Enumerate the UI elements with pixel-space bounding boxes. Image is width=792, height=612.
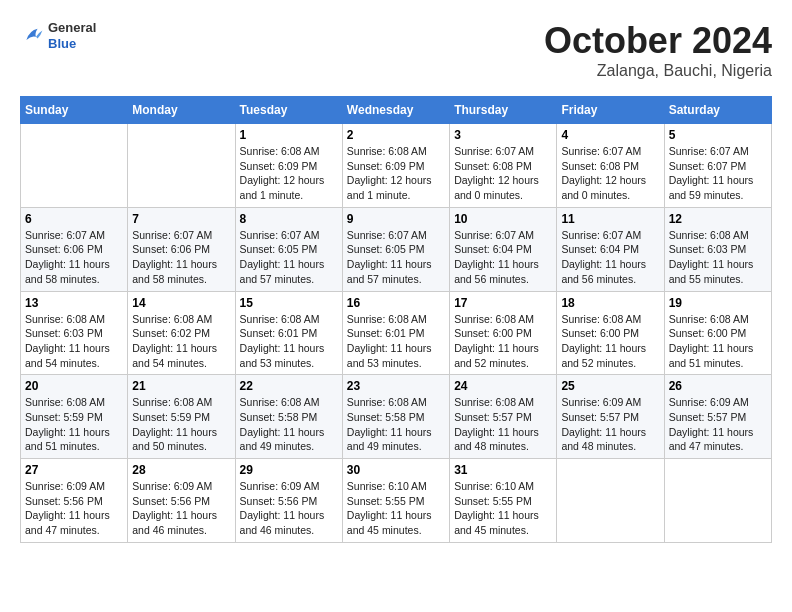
calendar-cell: 22Sunrise: 6:08 AM Sunset: 5:58 PM Dayli… <box>235 375 342 459</box>
day-number: 26 <box>669 379 767 393</box>
day-number: 22 <box>240 379 338 393</box>
day-number: 5 <box>669 128 767 142</box>
calendar-cell: 26Sunrise: 6:09 AM Sunset: 5:57 PM Dayli… <box>664 375 771 459</box>
logo-text: General Blue <box>48 20 96 51</box>
calendar-cell: 7Sunrise: 6:07 AM Sunset: 6:06 PM Daylig… <box>128 207 235 291</box>
day-number: 21 <box>132 379 230 393</box>
day-number: 28 <box>132 463 230 477</box>
calendar-cell <box>128 124 235 208</box>
day-detail: Sunrise: 6:08 AM Sunset: 6:03 PM Dayligh… <box>25 312 123 371</box>
calendar-cell: 17Sunrise: 6:08 AM Sunset: 6:00 PM Dayli… <box>450 291 557 375</box>
calendar-cell: 28Sunrise: 6:09 AM Sunset: 5:56 PM Dayli… <box>128 459 235 543</box>
calendar-cell: 19Sunrise: 6:08 AM Sunset: 6:00 PM Dayli… <box>664 291 771 375</box>
logo-general-text: General <box>48 20 96 36</box>
day-number: 24 <box>454 379 552 393</box>
day-detail: Sunrise: 6:09 AM Sunset: 5:56 PM Dayligh… <box>25 479 123 538</box>
day-detail: Sunrise: 6:08 AM Sunset: 5:57 PM Dayligh… <box>454 395 552 454</box>
page-subtitle: Zalanga, Bauchi, Nigeria <box>544 62 772 80</box>
calendar-cell: 11Sunrise: 6:07 AM Sunset: 6:04 PM Dayli… <box>557 207 664 291</box>
calendar-header-saturday: Saturday <box>664 97 771 124</box>
calendar-cell: 16Sunrise: 6:08 AM Sunset: 6:01 PM Dayli… <box>342 291 449 375</box>
day-detail: Sunrise: 6:08 AM Sunset: 6:00 PM Dayligh… <box>454 312 552 371</box>
logo-bird-icon <box>20 24 44 48</box>
calendar-cell <box>664 459 771 543</box>
calendar-cell: 6Sunrise: 6:07 AM Sunset: 6:06 PM Daylig… <box>21 207 128 291</box>
calendar-cell: 25Sunrise: 6:09 AM Sunset: 5:57 PM Dayli… <box>557 375 664 459</box>
day-number: 14 <box>132 296 230 310</box>
calendar-cell: 13Sunrise: 6:08 AM Sunset: 6:03 PM Dayli… <box>21 291 128 375</box>
calendar-cell: 1Sunrise: 6:08 AM Sunset: 6:09 PM Daylig… <box>235 124 342 208</box>
day-detail: Sunrise: 6:08 AM Sunset: 6:01 PM Dayligh… <box>347 312 445 371</box>
day-detail: Sunrise: 6:10 AM Sunset: 5:55 PM Dayligh… <box>347 479 445 538</box>
calendar-cell: 30Sunrise: 6:10 AM Sunset: 5:55 PM Dayli… <box>342 459 449 543</box>
calendar-cell: 10Sunrise: 6:07 AM Sunset: 6:04 PM Dayli… <box>450 207 557 291</box>
day-number: 19 <box>669 296 767 310</box>
calendar-cell: 12Sunrise: 6:08 AM Sunset: 6:03 PM Dayli… <box>664 207 771 291</box>
day-detail: Sunrise: 6:09 AM Sunset: 5:56 PM Dayligh… <box>132 479 230 538</box>
title-block: October 2024 Zalanga, Bauchi, Nigeria <box>544 20 772 80</box>
day-number: 6 <box>25 212 123 226</box>
day-detail: Sunrise: 6:07 AM Sunset: 6:07 PM Dayligh… <box>669 144 767 203</box>
calendar-table: SundayMondayTuesdayWednesdayThursdayFrid… <box>20 96 772 543</box>
day-number: 9 <box>347 212 445 226</box>
day-detail: Sunrise: 6:08 AM Sunset: 5:58 PM Dayligh… <box>240 395 338 454</box>
calendar-cell: 23Sunrise: 6:08 AM Sunset: 5:58 PM Dayli… <box>342 375 449 459</box>
calendar-cell: 9Sunrise: 6:07 AM Sunset: 6:05 PM Daylig… <box>342 207 449 291</box>
calendar-header-tuesday: Tuesday <box>235 97 342 124</box>
day-detail: Sunrise: 6:08 AM Sunset: 6:00 PM Dayligh… <box>561 312 659 371</box>
day-detail: Sunrise: 6:08 AM Sunset: 6:09 PM Dayligh… <box>347 144 445 203</box>
calendar-header-friday: Friday <box>557 97 664 124</box>
day-detail: Sunrise: 6:09 AM Sunset: 5:57 PM Dayligh… <box>561 395 659 454</box>
day-detail: Sunrise: 6:08 AM Sunset: 5:59 PM Dayligh… <box>132 395 230 454</box>
day-number: 11 <box>561 212 659 226</box>
calendar-week-row: 6Sunrise: 6:07 AM Sunset: 6:06 PM Daylig… <box>21 207 772 291</box>
day-detail: Sunrise: 6:08 AM Sunset: 6:09 PM Dayligh… <box>240 144 338 203</box>
calendar-cell: 3Sunrise: 6:07 AM Sunset: 6:08 PM Daylig… <box>450 124 557 208</box>
day-number: 1 <box>240 128 338 142</box>
calendar-cell: 20Sunrise: 6:08 AM Sunset: 5:59 PM Dayli… <box>21 375 128 459</box>
calendar-cell: 29Sunrise: 6:09 AM Sunset: 5:56 PM Dayli… <box>235 459 342 543</box>
day-number: 16 <box>347 296 445 310</box>
day-detail: Sunrise: 6:08 AM Sunset: 6:01 PM Dayligh… <box>240 312 338 371</box>
day-detail: Sunrise: 6:07 AM Sunset: 6:04 PM Dayligh… <box>454 228 552 287</box>
day-detail: Sunrise: 6:07 AM Sunset: 6:05 PM Dayligh… <box>240 228 338 287</box>
day-number: 27 <box>25 463 123 477</box>
day-detail: Sunrise: 6:08 AM Sunset: 5:58 PM Dayligh… <box>347 395 445 454</box>
logo-blue-text: Blue <box>48 36 96 52</box>
day-number: 13 <box>25 296 123 310</box>
calendar-header-thursday: Thursday <box>450 97 557 124</box>
day-detail: Sunrise: 6:09 AM Sunset: 5:56 PM Dayligh… <box>240 479 338 538</box>
day-number: 20 <box>25 379 123 393</box>
day-detail: Sunrise: 6:08 AM Sunset: 6:00 PM Dayligh… <box>669 312 767 371</box>
calendar-cell: 8Sunrise: 6:07 AM Sunset: 6:05 PM Daylig… <box>235 207 342 291</box>
calendar-header-monday: Monday <box>128 97 235 124</box>
calendar-cell <box>557 459 664 543</box>
day-number: 2 <box>347 128 445 142</box>
day-number: 30 <box>347 463 445 477</box>
day-number: 10 <box>454 212 552 226</box>
day-number: 3 <box>454 128 552 142</box>
calendar-cell: 24Sunrise: 6:08 AM Sunset: 5:57 PM Dayli… <box>450 375 557 459</box>
calendar-cell: 27Sunrise: 6:09 AM Sunset: 5:56 PM Dayli… <box>21 459 128 543</box>
day-detail: Sunrise: 6:07 AM Sunset: 6:06 PM Dayligh… <box>25 228 123 287</box>
day-detail: Sunrise: 6:08 AM Sunset: 5:59 PM Dayligh… <box>25 395 123 454</box>
calendar-cell <box>21 124 128 208</box>
day-detail: Sunrise: 6:07 AM Sunset: 6:08 PM Dayligh… <box>561 144 659 203</box>
calendar-week-row: 13Sunrise: 6:08 AM Sunset: 6:03 PM Dayli… <box>21 291 772 375</box>
calendar-header-row: SundayMondayTuesdayWednesdayThursdayFrid… <box>21 97 772 124</box>
day-detail: Sunrise: 6:07 AM Sunset: 6:05 PM Dayligh… <box>347 228 445 287</box>
calendar-cell: 4Sunrise: 6:07 AM Sunset: 6:08 PM Daylig… <box>557 124 664 208</box>
calendar-cell: 14Sunrise: 6:08 AM Sunset: 6:02 PM Dayli… <box>128 291 235 375</box>
page-header: General Blue October 2024 Zalanga, Bauch… <box>20 20 772 80</box>
calendar-cell: 18Sunrise: 6:08 AM Sunset: 6:00 PM Dayli… <box>557 291 664 375</box>
day-number: 18 <box>561 296 659 310</box>
day-number: 25 <box>561 379 659 393</box>
calendar-week-row: 1Sunrise: 6:08 AM Sunset: 6:09 PM Daylig… <box>21 124 772 208</box>
page-title: October 2024 <box>544 20 772 62</box>
calendar-cell: 15Sunrise: 6:08 AM Sunset: 6:01 PM Dayli… <box>235 291 342 375</box>
day-number: 4 <box>561 128 659 142</box>
day-detail: Sunrise: 6:07 AM Sunset: 6:08 PM Dayligh… <box>454 144 552 203</box>
day-detail: Sunrise: 6:09 AM Sunset: 5:57 PM Dayligh… <box>669 395 767 454</box>
day-detail: Sunrise: 6:08 AM Sunset: 6:02 PM Dayligh… <box>132 312 230 371</box>
day-number: 15 <box>240 296 338 310</box>
